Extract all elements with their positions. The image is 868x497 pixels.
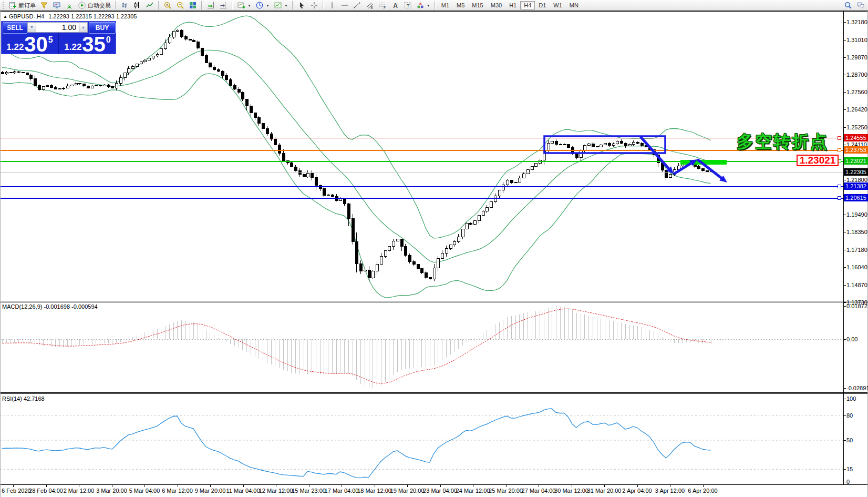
direction-arrows[interactable] [640, 137, 727, 182]
line-handle[interactable] [838, 149, 841, 152]
zoom-out-button[interactable] [174, 0, 187, 11]
timeframe-m15-button[interactable]: M15 [468, 1, 487, 9]
fibonacci-button[interactable]: F [376, 0, 389, 11]
toolbar-separator [323, 1, 324, 9]
toolbar-separator [435, 1, 436, 9]
time-axis-label: 6 Apr 20:00 [688, 488, 717, 494]
timeframe-h4-button[interactable]: H4 [520, 1, 535, 9]
shapes-icon [416, 1, 425, 9]
price-axis-label: 1.28700 [846, 72, 867, 78]
buy-price-big: 35 [82, 36, 106, 53]
dropdown-arrow-icon: ▼ [284, 4, 288, 7]
time-axis-label: 15 Mar 23:00 [292, 488, 326, 494]
indicator-axis-label: 100 [846, 395, 856, 402]
time-axis-label: 5 Mar 04:00 [129, 488, 160, 494]
price-axis-label: 1.19490 [846, 211, 867, 218]
price-axis-label: 1.16040 [846, 264, 867, 270]
price-axis-label: 1.18350 [846, 229, 867, 235]
buy-button[interactable]: BUY [89, 22, 116, 34]
cursor-button[interactable] [295, 0, 308, 11]
toolbar-grip [3, 2, 5, 9]
volume-input[interactable] [36, 23, 79, 32]
search-button[interactable] [842, 0, 854, 11]
horizontal-line-button[interactable] [338, 0, 351, 11]
new-order-icon [8, 1, 17, 9]
text-label-button[interactable]: T [401, 0, 414, 11]
timeframe-h1-button[interactable]: H1 [505, 1, 520, 9]
timeframe-m30-button[interactable]: M30 [487, 1, 505, 9]
labelT-icon: T [404, 1, 412, 9]
price-badge: 1.20615 [844, 194, 868, 201]
auto-scroll-button[interactable] [204, 0, 217, 11]
bars-icon [120, 1, 129, 9]
new-chart-button[interactable]: ▼ [235, 0, 253, 11]
timeframe-w1-button[interactable]: W1 [550, 1, 566, 9]
price-callout-label[interactable]: 1.23021 [797, 155, 839, 166]
cursor-icon [297, 1, 306, 9]
line-chart-button[interactable] [143, 0, 156, 11]
toolbar: 新订单自动交易▼▼▼EFAT▼M1M5M15M30H1H4D1W1MN [0, 0, 868, 11]
community-button[interactable] [854, 0, 867, 11]
chart-title: ▲GBPUSD-,H41.22293 1.22315 1.22293 1.223… [3, 13, 137, 19]
time-axis-label: 12 Mar 12:00 [259, 488, 293, 494]
zoom-in-button[interactable] [161, 0, 174, 11]
clock-icon [255, 1, 264, 9]
volume-increase-button[interactable]: ▲ [79, 23, 87, 32]
buy-price-sup: 0 [106, 36, 111, 44]
zoom-in-icon [163, 1, 172, 9]
tile-windows-button[interactable] [187, 0, 199, 11]
market-watch-button[interactable] [38, 0, 50, 11]
signals-button[interactable] [63, 0, 76, 11]
price-axis-label: 1.17180 [846, 247, 867, 253]
textA-icon: A [391, 1, 399, 9]
price-badge: 1.23021 [844, 157, 868, 165]
buy-price[interactable]: 1.22 35 0 [58, 33, 116, 54]
trendline-button[interactable] [351, 0, 364, 11]
sell-button[interactable]: SELL [3, 22, 27, 34]
arrows-button[interactable]: ▼ [414, 0, 432, 11]
fibo-icon: F [378, 1, 387, 9]
svg-text:E: E [370, 6, 373, 9]
dropdown-arrow-icon: ▼ [247, 4, 251, 7]
autotrading-button-label: 自动交易 [88, 2, 111, 9]
new-order-button[interactable]: 新订单 [6, 0, 38, 11]
candlestick-chart-button[interactable] [131, 0, 143, 11]
line-handle[interactable] [838, 185, 841, 188]
search-icon [844, 1, 852, 9]
autotrading-button[interactable]: 自动交易 [76, 0, 113, 11]
chart-shift-button[interactable] [217, 0, 230, 11]
periods-button[interactable]: ▼ [253, 0, 272, 11]
sell-price[interactable]: 1.22 30 5 [1, 33, 58, 54]
text-button[interactable]: A [389, 0, 401, 11]
timeframe-d1-button[interactable]: D1 [535, 1, 550, 9]
timeframe-mn-button[interactable]: MN [566, 1, 582, 9]
new-order-button-label: 新订单 [18, 2, 36, 9]
vertical-line-button[interactable] [326, 0, 338, 11]
chart-canvas[interactable] [0, 0, 868, 497]
crosshair-icon [310, 1, 318, 9]
time-axis-label: 6 Feb 2020 [2, 488, 31, 494]
timeframe-m5-button[interactable]: M5 [453, 1, 468, 9]
price-axis-label: 1.27560 [846, 89, 867, 95]
sell-price-big: 30 [24, 36, 48, 53]
dropdown-arrow-icon: ▼ [427, 4, 430, 7]
templates-button[interactable]: ▼ [272, 0, 290, 11]
turning-point-annotation[interactable]: 多空转折点 [737, 130, 829, 154]
template-icon [274, 1, 282, 9]
toolbar-separator [232, 1, 233, 9]
time-axis-label: 3 Mar 20:00 [96, 488, 127, 494]
line-handle[interactable] [838, 197, 841, 200]
collapse-triangle-icon[interactable]: ▲ [3, 14, 7, 19]
play-icon [78, 1, 86, 9]
line-handle[interactable] [838, 137, 841, 140]
crosshair-button[interactable] [308, 0, 321, 11]
dropdown-arrow-icon: ▼ [266, 4, 270, 7]
volume-decrease-button[interactable]: ▼ [28, 23, 36, 32]
funnel-icon [40, 1, 48, 9]
timeframe-m1-button[interactable]: M1 [438, 1, 453, 9]
equidistant-channel-button[interactable]: E [364, 0, 376, 11]
time-axis-label: 2 Mar 12:00 [64, 488, 95, 494]
terminal-button[interactable] [50, 0, 63, 11]
channel-icon: E [366, 1, 374, 9]
bar-chart-button[interactable] [118, 0, 131, 11]
